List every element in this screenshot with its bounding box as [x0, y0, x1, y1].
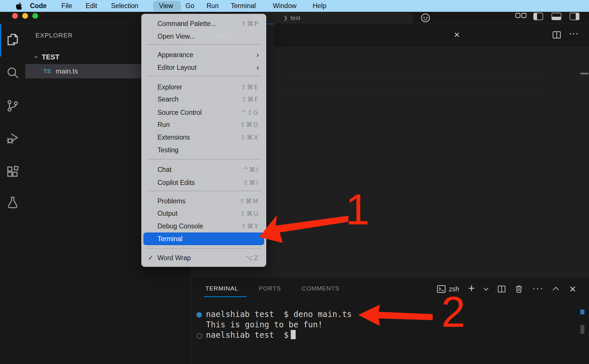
menu-go[interactable]: Go: [185, 0, 194, 12]
menu-item-extensions[interactable]: Extensions⇧⌘X: [143, 131, 264, 144]
submenu-chevron-icon: ›: [256, 65, 259, 70]
kill-terminal-trash-icon[interactable]: [514, 284, 524, 294]
menu-item-chat[interactable]: Chat^⌘I: [143, 163, 264, 176]
submenu-chevron-icon: ›: [256, 52, 259, 58]
menu-selection[interactable]: Selection: [111, 0, 138, 12]
menu-separator: [147, 159, 261, 160]
folder-name: TEST: [42, 53, 59, 61]
toggle-panel-icon[interactable]: [552, 13, 561, 20]
menu-run[interactable]: Run: [207, 0, 219, 12]
maximize-panel-chevron-icon[interactable]: [552, 286, 560, 291]
split-editor-icon[interactable]: [552, 30, 562, 40]
explorer-header: EXPLORER: [35, 32, 73, 39]
testing-icon[interactable]: [6, 196, 20, 209]
zoom-traffic-light[interactable]: [32, 13, 38, 19]
menu-item-copilot-edits[interactable]: Copilot Edits⇧⌘I: [143, 176, 264, 189]
menu-item-terminal[interactable]: Terminal: [143, 232, 264, 245]
command-pending-decoration[interactable]: [197, 333, 202, 339]
explorer-icon[interactable]: [6, 33, 20, 46]
folder-section-test[interactable]: › TEST: [35, 52, 59, 61]
toggle-primary-sidebar-icon[interactable]: [533, 13, 543, 20]
editor-more-actions-icon[interactable]: ⋯: [569, 28, 579, 39]
close-traffic-light[interactable]: [12, 13, 18, 19]
typescript-file-icon: TS: [43, 68, 51, 75]
check-icon: ✓: [148, 254, 153, 262]
minimize-traffic-light[interactable]: [22, 13, 28, 19]
menu-edit[interactable]: Edit: [86, 0, 97, 12]
source-control-icon[interactable]: [6, 99, 20, 113]
menu-code[interactable]: Code: [30, 0, 47, 12]
command-center-label: test: [290, 14, 300, 21]
search-icon[interactable]: [6, 66, 20, 80]
terminal-overview-mark-gray: [580, 325, 584, 334]
terminal-line-2: This is going to be fun!: [206, 320, 323, 329]
command-center[interactable]: ❯ test: [250, 13, 412, 23]
menu-item-run[interactable]: Run⇧⌘D: [143, 118, 264, 131]
menu-item-explorer[interactable]: Explorer⇧⌘E: [143, 81, 264, 93]
chevron-down-icon: ›: [32, 56, 41, 58]
menu-item-problems[interactable]: Problems⇧⌘M: [143, 195, 264, 207]
terminal-overview-mark-blue: [580, 309, 584, 314]
run-debug-icon[interactable]: [6, 131, 20, 145]
chevron-right-icon: ❯: [284, 15, 288, 21]
close-panel-icon[interactable]: ✕: [569, 284, 576, 294]
menu-help[interactable]: Help: [313, 0, 326, 12]
active-view-indicator: [0, 24, 1, 57]
menu-item-open-view[interactable]: Open View...: [143, 30, 264, 43]
shell-label[interactable]: zsh: [449, 285, 459, 293]
terminal-panel: TERMINAL PORTS COMMENTS zsh + ··· ✕ nael…: [191, 277, 589, 364]
terminal-shell-icon: [436, 284, 447, 294]
file-name: main.ts: [56, 67, 78, 75]
menu-separator: [147, 44, 261, 45]
view-dropdown-menu: Command Palette...⇧⌘P Open View... Appea…: [141, 14, 266, 267]
tab-close-icon[interactable]: ✕: [454, 31, 460, 40]
launch-profile-chevron-icon[interactable]: [483, 287, 489, 291]
panel-more-actions-icon[interactable]: ···: [532, 282, 544, 294]
tab-ports[interactable]: PORTS: [259, 285, 281, 292]
menu-item-appearance[interactable]: Appearance›: [143, 48, 264, 61]
menu-window[interactable]: Window: [273, 0, 297, 12]
menu-file[interactable]: File: [61, 0, 72, 12]
overview-ruler-cursor-mark: [580, 73, 588, 74]
menu-terminal[interactable]: Terminal: [231, 0, 256, 12]
menu-item-debug-console[interactable]: Debug Console⇧⌘Y: [143, 220, 264, 232]
menu-item-output[interactable]: Output⇧⌘U: [143, 207, 264, 220]
terminal-line-3: naelshiab test $: [206, 330, 289, 340]
terminal-line-1: naelshiab test $ deno main.ts: [206, 309, 352, 319]
menu-view[interactable]: View: [159, 0, 173, 12]
menu-separator: [147, 248, 261, 249]
tab-terminal[interactable]: TERMINAL: [205, 285, 238, 292]
copilot-icon[interactable]: [420, 13, 431, 23]
tab-comments[interactable]: COMMENTS: [302, 285, 339, 292]
split-terminal-icon[interactable]: [497, 284, 507, 294]
extensions-icon[interactable]: [6, 165, 20, 179]
command-success-decoration[interactable]: [196, 312, 202, 318]
active-panel-tab-indicator: [204, 296, 247, 297]
menu-item-search[interactable]: Search⇧⌘F: [143, 93, 264, 106]
menu-separator: [147, 191, 261, 191]
menu-item-testing[interactable]: Testing: [143, 144, 264, 156]
new-terminal-icon[interactable]: +: [468, 282, 475, 295]
customize-layout-icon[interactable]: [515, 13, 527, 21]
menu-separator: [147, 76, 261, 76]
macos-menu-bar: Code File Edit Selection View Go Run Ter…: [0, 0, 589, 12]
vscode-window: ❯ test EXPLORER › TEST TS: [0, 0, 589, 364]
terminal-cursor: [291, 330, 296, 339]
menu-item-word-wrap[interactable]: ✓ Word Wrap⌥Z: [143, 252, 264, 264]
apple-logo-icon[interactable]: [15, 2, 22, 10]
menu-item-command-palette[interactable]: Command Palette...⇧⌘P: [143, 17, 264, 30]
menu-item-editor-layout[interactable]: Editor Layout›: [143, 61, 264, 74]
toggle-secondary-sidebar-icon[interactable]: [570, 13, 579, 20]
menu-item-source-control[interactable]: Source Control^⇧G: [143, 106, 264, 119]
